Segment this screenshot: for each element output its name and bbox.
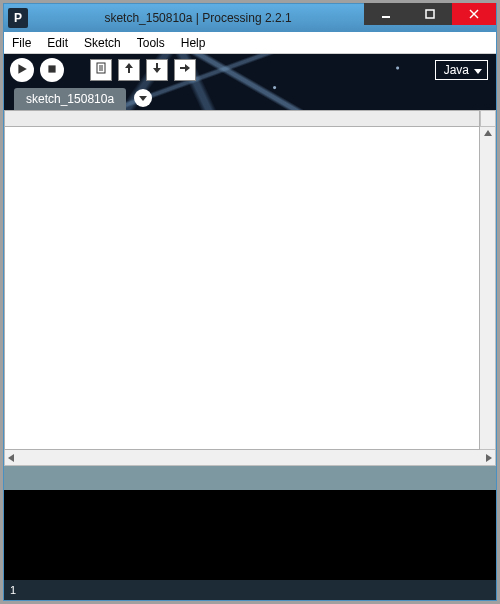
svg-marker-4: [18, 64, 26, 74]
svg-rect-5: [48, 65, 55, 72]
editor-area: [4, 110, 496, 466]
app-window: P sketch_150810a | Processing 2.2.1 File…: [3, 3, 497, 601]
app-icon: P: [8, 8, 28, 28]
svg-marker-11: [153, 63, 161, 73]
scroll-right-icon[interactable]: [486, 454, 492, 462]
stop-button[interactable]: [40, 58, 64, 82]
maximize-button[interactable]: [408, 3, 452, 25]
menu-sketch[interactable]: Sketch: [76, 33, 129, 53]
vertical-scrollbar[interactable]: [480, 126, 496, 450]
new-button[interactable]: [90, 59, 112, 81]
save-button[interactable]: [146, 59, 168, 81]
line-number: 1: [10, 584, 16, 596]
close-button[interactable]: [452, 3, 496, 25]
arrow-down-icon: [150, 61, 164, 79]
editor-header-band: [4, 110, 480, 126]
tab-bar: sketch_150810a: [14, 88, 152, 110]
run-button[interactable]: [10, 58, 34, 82]
code-editor[interactable]: [4, 126, 480, 450]
message-bar: [4, 466, 496, 490]
menubar: File Edit Sketch Tools Help: [4, 32, 496, 54]
console[interactable]: [4, 490, 496, 580]
toolbar: Java sketch_150810a: [4, 54, 496, 110]
svg-rect-1: [426, 10, 434, 18]
menu-help[interactable]: Help: [173, 33, 214, 53]
new-file-icon: [94, 61, 108, 79]
arrow-up-icon: [122, 61, 136, 79]
export-button[interactable]: [174, 59, 196, 81]
scroll-left-icon[interactable]: [8, 454, 14, 462]
menu-file[interactable]: File: [4, 33, 39, 53]
stop-icon: [46, 61, 58, 79]
window-title: sketch_150810a | Processing 2.2.1: [32, 11, 364, 25]
minimize-button[interactable]: [364, 3, 408, 25]
statusbar: 1: [4, 580, 496, 600]
horizontal-scrollbar[interactable]: [4, 450, 496, 466]
svg-marker-12: [180, 64, 190, 72]
mode-selector[interactable]: Java: [435, 60, 488, 80]
arrow-right-icon: [178, 61, 192, 79]
menu-edit[interactable]: Edit: [39, 33, 76, 53]
play-icon: [16, 61, 28, 79]
svg-marker-10: [125, 63, 133, 73]
tab-active[interactable]: sketch_150810a: [14, 88, 126, 110]
mode-label: Java: [444, 63, 469, 77]
scroll-up-icon[interactable]: [484, 130, 492, 136]
menu-tools[interactable]: Tools: [129, 33, 173, 53]
tab-menu-button[interactable]: [134, 89, 152, 107]
open-button[interactable]: [118, 59, 140, 81]
titlebar[interactable]: P sketch_150810a | Processing 2.2.1: [4, 4, 496, 32]
